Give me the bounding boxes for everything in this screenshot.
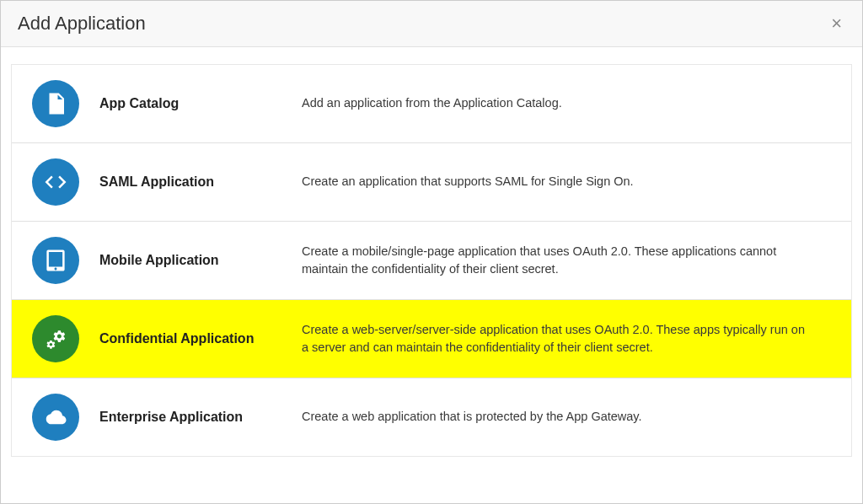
option-mobile-application[interactable]: Mobile Application Create a mobile/singl…: [12, 222, 851, 300]
option-label: SAML Application: [99, 174, 302, 190]
option-label: Mobile Application: [99, 253, 302, 268]
close-button[interactable]: ×: [828, 11, 845, 36]
document-icon: [32, 80, 79, 127]
options-panel: App Catalog Add an application from the …: [11, 64, 852, 457]
option-description: Create an application that supports SAML…: [302, 173, 831, 190]
option-description: Create a web application that is protect…: [302, 408, 831, 426]
option-description: Add an application from the Application …: [302, 94, 831, 112]
code-icon: [32, 158, 79, 206]
dialog-title: Add Application: [18, 13, 146, 35]
tablet-icon: [32, 237, 79, 284]
option-label: App Catalog: [99, 96, 302, 111]
option-label: Confidential Application: [99, 331, 302, 346]
add-application-dialog: Add Application × App Catalog Add an app…: [0, 0, 863, 504]
gears-icon: [32, 315, 79, 362]
option-saml-application[interactable]: SAML Application Create an application t…: [12, 143, 851, 222]
option-description: Create a mobile/single-page application …: [302, 243, 831, 278]
dialog-body: App Catalog Add an application from the …: [1, 47, 862, 503]
option-label: Enterprise Application: [99, 410, 302, 425]
option-app-catalog[interactable]: App Catalog Add an application from the …: [12, 65, 851, 143]
option-confidential-application[interactable]: Confidential Application Create a web-se…: [12, 300, 851, 378]
close-icon: ×: [831, 13, 842, 34]
option-enterprise-application[interactable]: Enterprise Application Create a web appl…: [12, 378, 851, 456]
cloud-icon: [32, 394, 79, 441]
dialog-header: Add Application ×: [1, 1, 862, 47]
option-description: Create a web-server/server-side applicat…: [302, 321, 831, 357]
